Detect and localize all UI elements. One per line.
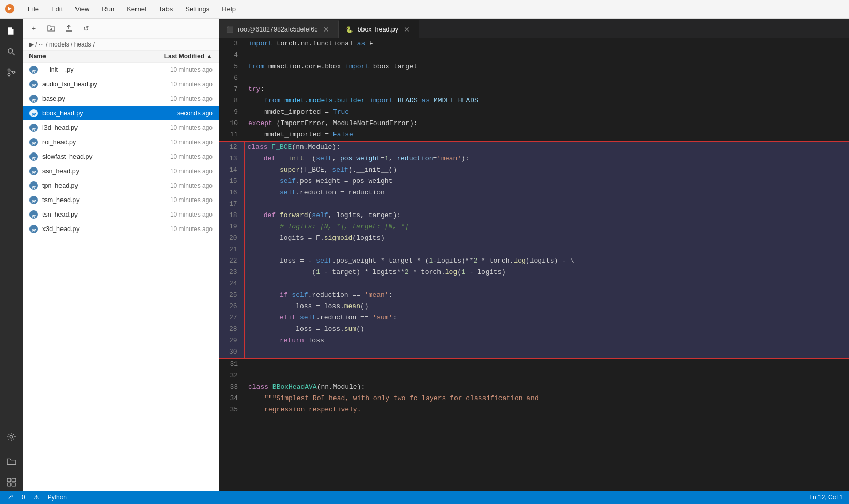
menu-settings[interactable]: Settings bbox=[180, 3, 215, 15]
file-name: ssn_head.py bbox=[42, 167, 145, 175]
breadcrumb: ▶ / ··· / models / heads / bbox=[23, 39, 219, 51]
search-icon[interactable] bbox=[3, 43, 20, 60]
table-row: 12class F_BCE(nn.Module): bbox=[219, 141, 849, 153]
file-modified: 10 minutes ago bbox=[145, 167, 213, 175]
status-position: Ln 12, Col 1 bbox=[809, 494, 843, 501]
upload-button[interactable] bbox=[62, 22, 75, 35]
list-item[interactable]: py tpn_head.py10 minutes ago bbox=[23, 178, 219, 193]
line-number: 18 bbox=[219, 210, 244, 221]
list-item[interactable]: py bbox_head.pyseconds ago bbox=[23, 106, 219, 120]
line-content: import torch.nn.functional as F bbox=[244, 38, 849, 50]
menu-kernel[interactable]: Kernel bbox=[122, 3, 151, 15]
svg-rect-12 bbox=[7, 478, 11, 482]
line-content: if self.reduction == 'mean': bbox=[244, 289, 849, 301]
svg-rect-13 bbox=[12, 478, 16, 482]
tab-bbox-close[interactable]: ✕ bbox=[402, 25, 412, 34]
line-number: 28 bbox=[219, 324, 244, 335]
python-icon: py bbox=[29, 210, 38, 219]
line-number: 25 bbox=[219, 289, 244, 301]
menu-tabs[interactable]: Tabs bbox=[154, 3, 178, 15]
table-row: 26 loss = loss.mean() bbox=[219, 301, 849, 312]
line-content: try: bbox=[244, 84, 849, 95]
list-item[interactable]: py tsm_head.py10 minutes ago bbox=[23, 193, 219, 207]
list-item[interactable]: py ssn_head.py10 minutes ago bbox=[23, 164, 219, 178]
terminal-icon: ⬛ bbox=[226, 26, 234, 33]
svg-text:py: py bbox=[32, 83, 36, 87]
status-branch-icon: ⎇ bbox=[6, 494, 13, 501]
git-icon[interactable] bbox=[3, 64, 20, 81]
line-number: 15 bbox=[219, 176, 244, 187]
code-editor[interactable]: 3import torch.nn.functional as F4 5from … bbox=[219, 38, 849, 491]
line-content: logits = F.sigmoid(logits) bbox=[244, 233, 849, 244]
file-name: slowfast_head.py bbox=[42, 153, 145, 160]
line-number: 31 bbox=[219, 358, 244, 370]
tab-bbox-head[interactable]: 🐍 bbox_head.py ✕ bbox=[339, 20, 419, 38]
python-icon: py bbox=[29, 80, 38, 89]
table-row: 30 bbox=[219, 346, 849, 358]
table-row: 18 def forward(self, logits, target): bbox=[219, 210, 849, 221]
list-item[interactable]: py slowfast_head.py10 minutes ago bbox=[23, 149, 219, 164]
svg-rect-14 bbox=[7, 483, 11, 486]
line-content: from mmdet.models.builder import HEADS a… bbox=[244, 95, 849, 106]
tab-terminal[interactable]: ⬛ root@61827982afc5defef6c ✕ bbox=[219, 20, 339, 38]
table-row: 11 mmdet_imported = False bbox=[219, 129, 849, 141]
python-icon: py bbox=[29, 152, 38, 161]
list-item[interactable]: py x3d_head.py10 minutes ago bbox=[23, 222, 219, 236]
list-item[interactable]: py tsn_head.py10 minutes ago bbox=[23, 207, 219, 222]
extensions-icon[interactable] bbox=[3, 474, 20, 491]
modified-column-header[interactable]: Last Modified ▲ bbox=[140, 53, 213, 60]
new-folder-button[interactable] bbox=[44, 22, 58, 35]
list-item[interactable]: py audio_tsn_head.py10 minutes ago bbox=[23, 77, 219, 91]
line-content bbox=[244, 50, 849, 61]
line-content: """Simplest RoI head, with only two fc l… bbox=[244, 393, 849, 404]
file-modified: 10 minutes ago bbox=[145, 196, 213, 204]
line-number: 22 bbox=[219, 255, 244, 267]
table-row: 23 (1 - target) * logits**2 * torch.log(… bbox=[219, 267, 849, 278]
folder-icon[interactable] bbox=[3, 453, 20, 470]
table-row: 14 super(F_BCE, self).__init__() bbox=[219, 164, 849, 176]
files-icon[interactable] bbox=[3, 23, 20, 39]
menu-run[interactable]: Run bbox=[97, 3, 119, 15]
line-content: # logits: [N, *], target: [N, *] bbox=[244, 221, 849, 233]
line-number: 7 bbox=[219, 84, 244, 95]
line-number: 12 bbox=[219, 141, 244, 153]
python-icon: py bbox=[29, 195, 38, 205]
list-item[interactable]: py roi_head.py10 minutes ago bbox=[23, 135, 219, 149]
tab-terminal-close[interactable]: ✕ bbox=[322, 25, 331, 34]
file-name: i3d_head.py bbox=[42, 124, 145, 131]
table-row: 25 if self.reduction == 'mean': bbox=[219, 289, 849, 301]
menu-file[interactable]: File bbox=[23, 3, 44, 15]
svg-rect-15 bbox=[12, 483, 16, 486]
svg-point-11 bbox=[10, 435, 13, 438]
refresh-button[interactable]: ↺ bbox=[80, 22, 93, 35]
new-file-button[interactable]: + bbox=[27, 22, 40, 35]
menu-view[interactable]: View bbox=[70, 3, 95, 15]
menu-help[interactable]: Help bbox=[217, 3, 241, 15]
svg-text:py: py bbox=[32, 127, 36, 131]
table-row: 20 logits = F.sigmoid(logits) bbox=[219, 233, 849, 244]
table-row: 16 self.reduction = reduction bbox=[219, 187, 849, 198]
status-language: Python bbox=[48, 494, 67, 501]
line-content: except (ImportError, ModuleNotFoundError… bbox=[244, 118, 849, 129]
line-number: 35 bbox=[219, 404, 244, 416]
line-number: 8 bbox=[219, 95, 244, 106]
table-row: 8 from mmdet.models.builder import HEADS… bbox=[219, 95, 849, 106]
line-number: 34 bbox=[219, 393, 244, 404]
list-item[interactable]: py __init__.py10 minutes ago bbox=[23, 63, 219, 77]
table-row: 21 bbox=[219, 244, 849, 255]
file-name: tsn_head.py bbox=[42, 211, 145, 218]
table-row: 5from mmaction.core.bbox import bbox_tar… bbox=[219, 61, 849, 72]
line-number: 14 bbox=[219, 164, 244, 176]
line-content bbox=[244, 346, 849, 358]
file-modified: 10 minutes ago bbox=[145, 153, 213, 160]
svg-text:py: py bbox=[32, 185, 36, 189]
settings-icon[interactable] bbox=[3, 429, 20, 445]
line-number: 26 bbox=[219, 301, 244, 312]
name-column-header: Name bbox=[29, 53, 140, 60]
menu-edit[interactable]: Edit bbox=[46, 3, 68, 15]
line-number: 11 bbox=[219, 129, 244, 141]
file-modified: 10 minutes ago bbox=[145, 139, 213, 146]
line-content: mmdet_imported = False bbox=[244, 129, 849, 141]
list-item[interactable]: py i3d_head.py10 minutes ago bbox=[23, 120, 219, 135]
list-item[interactable]: py base.py10 minutes ago bbox=[23, 91, 219, 106]
